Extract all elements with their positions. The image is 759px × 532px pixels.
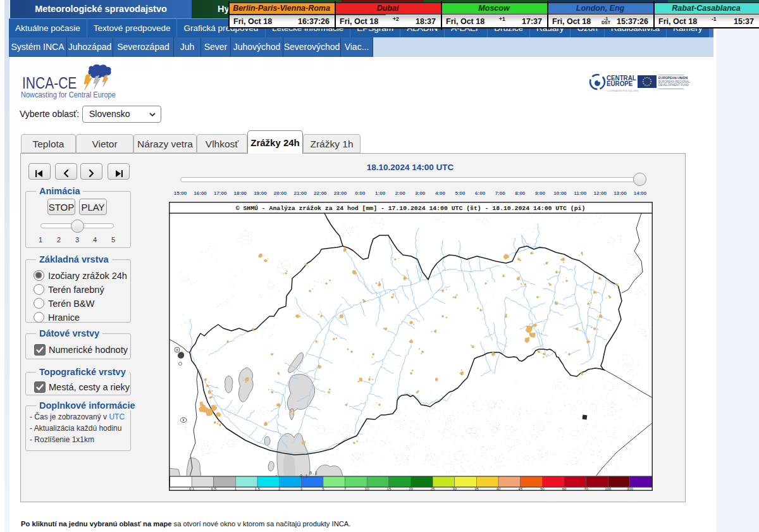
svg-text:© SHMÚ - Analýza zrážok za 24: © SHMÚ - Analýza zrážok za 24 hod [mm] -… — [236, 205, 586, 212]
svg-text:0.1: 0.1 — [309, 471, 318, 476]
svg-text:0.1: 0.1 — [300, 474, 308, 479]
